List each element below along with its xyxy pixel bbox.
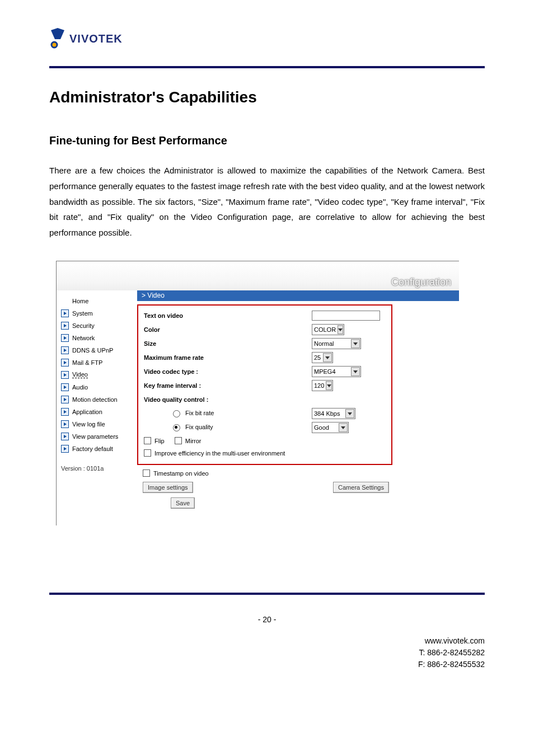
chevron-down-icon: [351, 339, 360, 348]
arrow-right-icon: [61, 346, 69, 354]
fix-bit-rate-option[interactable]: Fix bit rate: [144, 410, 312, 417]
config-sidebar: Home System Security Network DDNS & UPnP: [57, 290, 137, 472]
camera-settings-button[interactable]: Camera Settings: [333, 482, 389, 493]
sidebar-item-system[interactable]: System: [59, 307, 137, 320]
select-value: 120: [314, 382, 324, 389]
image-settings-button[interactable]: Image settings: [143, 482, 193, 493]
video-codec-select[interactable]: MPEG4: [312, 366, 361, 377]
mirror-label: Mirror: [185, 438, 202, 444]
select-value: MPEG4: [314, 368, 336, 375]
chevron-down-icon: [345, 409, 354, 418]
sidebar-item-network[interactable]: Network: [59, 332, 137, 344]
sidebar-label: Audio: [72, 384, 88, 391]
arrow-right-icon: [61, 371, 69, 379]
max-frame-rate-select[interactable]: 25: [312, 352, 333, 363]
radio-icon: [173, 424, 180, 431]
fix-quality-label: Fix quality: [185, 424, 213, 430]
config-content: > Video Text on video Color COLOR: [137, 290, 459, 525]
sidebar-item-motion-detection[interactable]: Motion detection: [59, 393, 137, 406]
improve-efficiency-checkbox[interactable]: Improve efficiency in the multi-user env…: [144, 449, 285, 457]
flip-label: Flip: [154, 438, 165, 444]
select-value: 384 Kbps: [314, 410, 340, 417]
sidebar-item-video[interactable]: Video: [59, 369, 137, 381]
label-key-frame: Key frame interval :: [144, 382, 312, 389]
footer-fax: F: 886-2-82455532: [49, 659, 485, 670]
sidebar-label: Application: [72, 408, 102, 415]
select-value: 25: [314, 354, 321, 361]
svg-point-1: [51, 42, 57, 48]
footer-divider-thick: [49, 593, 485, 595]
page-number: - 20 -: [49, 615, 485, 624]
sidebar-label: Motion detection: [72, 396, 118, 403]
sidebar-label: Factory default: [72, 445, 113, 452]
sidebar-item-ddns-upnp[interactable]: DDNS & UPnP: [59, 344, 137, 356]
color-select[interactable]: COLOR: [312, 324, 344, 335]
sidebar-item-home[interactable]: Home: [59, 295, 137, 307]
sidebar-item-view-parameters[interactable]: View parameters: [59, 430, 137, 443]
sidebar-item-mail-ftp[interactable]: Mail & FTP: [59, 356, 137, 369]
select-value: Good: [314, 424, 329, 431]
section-title: Fine-tuning for Best Performance: [49, 134, 485, 147]
fix-bit-rate-select[interactable]: 384 Kbps: [312, 408, 355, 419]
version-label: Version : 0101a: [59, 455, 137, 472]
fix-bit-rate-label: Fix bit rate: [185, 410, 214, 416]
fix-quality-option[interactable]: Fix quality: [144, 424, 312, 431]
select-value: COLOR: [314, 326, 336, 333]
label-size: Size: [144, 340, 312, 347]
chevron-down-icon: [351, 367, 360, 376]
arrow-right-icon: [61, 334, 69, 342]
sidebar-label: View log file: [72, 421, 105, 428]
size-select[interactable]: Normal: [312, 338, 361, 349]
flip-checkbox[interactable]: Flip: [144, 437, 165, 444]
timestamp-label: Timestamp on video: [153, 470, 209, 477]
label-video-codec: Video codec type :: [144, 368, 312, 375]
key-frame-select[interactable]: 120: [312, 380, 333, 391]
footer-tel: T: 886-2-82455282: [49, 647, 485, 659]
chevron-down-icon: [323, 353, 332, 362]
breadcrumb: > Video: [137, 290, 459, 301]
checkbox-icon: [144, 449, 151, 457]
label-max-frame-rate: Maximum frame rate: [144, 354, 312, 361]
sidebar-label: System: [72, 310, 93, 317]
label-color: Color: [144, 326, 312, 333]
sidebar-label: Video: [72, 371, 88, 378]
config-header-title: Configuration: [391, 276, 451, 288]
checkbox-icon: [175, 437, 182, 444]
video-form-highlighted: Text on video Color COLOR Size Normal: [137, 304, 392, 465]
arrow-right-icon: [61, 359, 69, 367]
save-button[interactable]: Save: [171, 497, 195, 509]
fix-quality-select[interactable]: Good: [312, 422, 349, 433]
arrow-right-icon: [61, 309, 69, 317]
text-on-video-input[interactable]: [312, 311, 380, 321]
sidebar-item-audio[interactable]: Audio: [59, 381, 137, 393]
footer-url: www.vivotek.com: [49, 635, 485, 647]
header-divider: [49, 66, 485, 68]
select-value: Normal: [314, 340, 334, 347]
checkbox-icon: [143, 469, 150, 477]
sidebar-label: Network: [72, 335, 95, 341]
sidebar-item-application[interactable]: Application: [59, 406, 137, 418]
mirror-checkbox[interactable]: Mirror: [175, 437, 202, 444]
chevron-down-icon: [338, 325, 343, 334]
logo: VIVOTEK: [49, 27, 485, 50]
sidebar-label: View parameters: [72, 433, 118, 440]
svg-marker-0: [51, 28, 64, 39]
chevron-down-icon: [326, 381, 332, 390]
logo-text: VIVOTEK: [69, 32, 123, 45]
timestamp-checkbox[interactable]: Timestamp on video: [143, 469, 209, 477]
arrow-right-icon: [61, 445, 69, 453]
label-text-on-video: Text on video: [144, 312, 312, 319]
page-title: Administrator's Capabilities: [49, 88, 485, 106]
arrow-right-icon: [61, 383, 69, 391]
intro-paragraph: There are a few choices the Administrato…: [49, 163, 485, 241]
improve-efficiency-label: Improve efficiency in the multi-user env…: [154, 450, 285, 457]
arrow-right-icon: [61, 433, 69, 440]
config-screenshot: Configuration Home System Security Netwo: [56, 261, 459, 525]
label-quality-control: Video quality control :: [144, 396, 312, 403]
arrow-right-icon: [61, 322, 69, 330]
sidebar-item-view-log-file[interactable]: View log file: [59, 418, 137, 430]
sidebar-item-factory-default[interactable]: Factory default: [59, 443, 137, 455]
sidebar-item-security[interactable]: Security: [59, 320, 137, 332]
sidebar-label: Mail & FTP: [72, 359, 102, 366]
radio-icon: [173, 410, 180, 417]
